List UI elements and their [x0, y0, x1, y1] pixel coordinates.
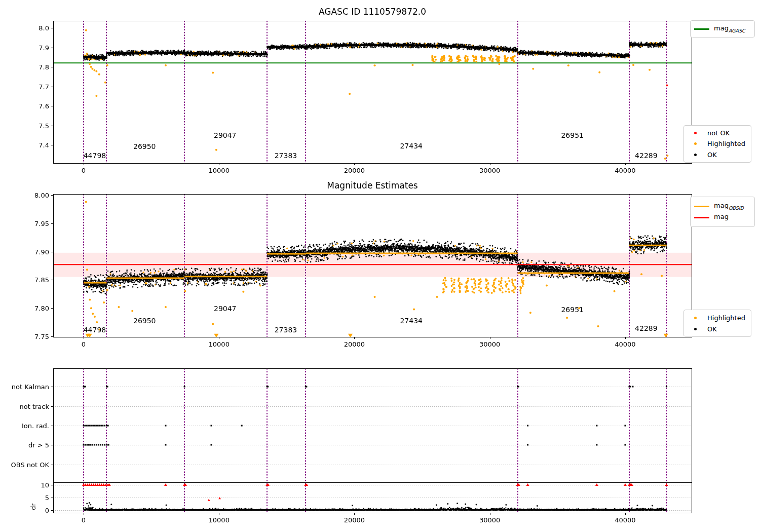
x-tick-label: 40000: [615, 167, 635, 174]
obsid-label: 27434: [400, 142, 423, 150]
y-tick-label: 7.6: [39, 102, 49, 110]
legend-item: mag: [694, 212, 750, 223]
x-tick-label: 30000: [479, 167, 500, 174]
plot1-title: AGASC ID 1110579872.0: [319, 7, 426, 17]
green-line-swatch: [694, 28, 710, 30]
x-tick-label: 10000: [209, 167, 230, 174]
y-tick-label: 8.0: [39, 24, 49, 32]
dr-tick-label: 0: [45, 507, 49, 514]
x-tick-label: 20000: [344, 516, 365, 524]
y-tick-label: 7.9: [39, 44, 49, 51]
legend-item: OK: [687, 149, 747, 160]
plot-canvas: [0, 0, 760, 532]
obsid-label: 26950: [133, 317, 156, 325]
y-tick-label: 7.80: [34, 305, 49, 312]
x-tick-label: 0: [82, 516, 86, 524]
x-tick-label: 0: [82, 167, 86, 174]
dr-tick-label: 5: [45, 494, 49, 502]
orange-dot-swatch: [687, 317, 703, 319]
legend-mag-agasc: magAGASC: [690, 20, 755, 37]
flag-category-label: Ion. rad.: [22, 422, 49, 430]
y-tick-label: 7.75: [34, 332, 49, 340]
flag-category-label: dr > 5: [28, 441, 49, 449]
red-line-swatch: [694, 217, 710, 218]
y-tick-label: 7.95: [34, 219, 49, 227]
flag-category-label: not track: [19, 402, 49, 410]
legend-item: OK: [687, 323, 747, 334]
flag-category-label: not Kalman: [12, 383, 49, 391]
x-tick-label: 40000: [615, 516, 635, 524]
legend-item: Highlighted: [687, 312, 747, 323]
obsid-label: 27383: [275, 326, 297, 334]
y-tick-label: 7.8: [39, 63, 49, 71]
x-tick-label: 10000: [209, 516, 230, 524]
obsid-label: 26951: [561, 306, 584, 314]
y-tick-label: 7.7: [39, 83, 49, 90]
obsid-label: 44798: [84, 151, 106, 160]
dr-tick-label: 10: [41, 481, 49, 489]
y-tick-label: 7.90: [34, 248, 49, 255]
obsid-label: 26951: [561, 131, 584, 139]
obsid-label: 42289: [635, 151, 658, 160]
orange-line-swatch: [694, 206, 710, 207]
y-tick-label: 7.4: [39, 141, 49, 149]
obsid-label: 44798: [84, 326, 106, 334]
plot2-title: Magnitude Estimates: [327, 180, 417, 191]
y-tick-label: 7.5: [39, 122, 49, 129]
legend-item: Highlighted: [687, 138, 747, 149]
figure: AGASC ID 1110579872.0 Magnitude Estimate…: [0, 0, 760, 532]
x-tick-label: 20000: [344, 340, 365, 348]
legend-ax2-lines: magOBSID mag: [690, 197, 755, 227]
obsid-label: 29047: [214, 131, 237, 139]
black-dot-swatch: [687, 328, 703, 330]
black-dot-swatch: [687, 154, 703, 156]
obsid-label: 26950: [133, 142, 156, 150]
flag-category-label: OBS not OK: [11, 461, 50, 468]
dr-axis-label: dr: [29, 503, 37, 510]
obsid-label: 27383: [275, 151, 297, 160]
x-tick-label: 0: [82, 340, 86, 348]
x-tick-label: 30000: [479, 516, 500, 524]
orange-dot-swatch: [687, 142, 703, 145]
x-tick-label: 40000: [615, 340, 635, 348]
obsid-label: 42289: [635, 324, 658, 332]
y-tick-label: 7.85: [34, 276, 49, 284]
obsid-label: 27434: [400, 317, 423, 325]
legend-item: magOBSID: [694, 201, 750, 212]
legend-item: not OK: [687, 128, 747, 138]
x-tick-label: 10000: [209, 340, 230, 348]
red-dot-swatch: [687, 132, 703, 134]
y-tick-label: 8.00: [34, 192, 49, 199]
legend-ax2-points: Highlighted OK: [683, 310, 751, 337]
legend-ax1-points: not OK Highlighted OK: [683, 125, 751, 163]
x-tick-label: 30000: [479, 340, 500, 348]
obsid-label: 29047: [214, 305, 237, 313]
legend-item: magAGASC: [694, 23, 750, 34]
x-tick-label: 20000: [344, 167, 365, 174]
